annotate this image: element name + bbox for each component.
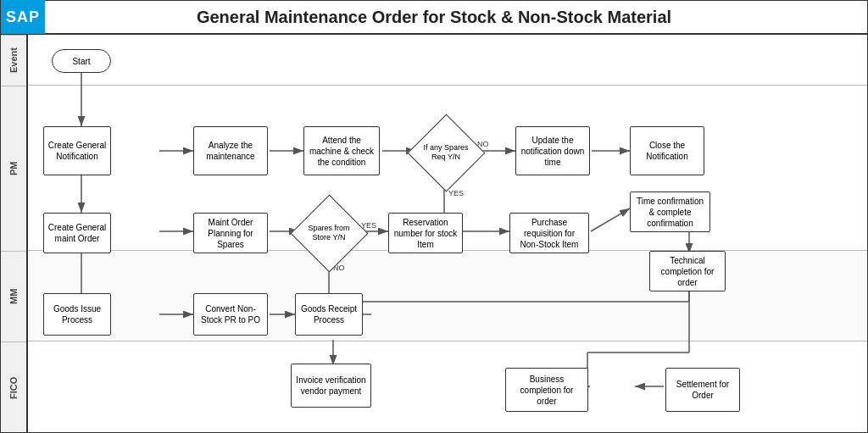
lane-label-event: Event	[1, 35, 26, 86]
update-notification: Update the notification down time	[515, 126, 590, 175]
lane-bg-event	[28, 35, 867, 86]
spares-store-diamond: Spares from Store Y/N	[299, 203, 359, 263]
header: SAP General Maintenance Order for Stock …	[1, 1, 867, 35]
lane-label-fico: FICO	[1, 341, 26, 432]
sap-logo-text: SAP	[6, 8, 40, 26]
invoice-verification: Invoice verification vendor payment	[291, 364, 371, 408]
reservation-number: Reservation number for stock Item	[388, 213, 463, 253]
start-node: Start	[52, 49, 111, 73]
lane-bg-fico	[28, 341, 867, 432]
settlement: Settlement for Order	[665, 368, 740, 412]
goods-issue: Goods Issue Process	[43, 293, 111, 336]
spares-req-diamond: If any Spares Req Y/N	[416, 123, 476, 182]
lane-label-pm: PM	[1, 86, 26, 251]
main-container: SAP General Maintenance Order for Stock …	[0, 0, 868, 433]
lane-bg-mm	[28, 251, 867, 341]
lane-label-mm: MM	[1, 251, 26, 341]
purchase-requisition: Purchase requisition for Non-Stock Item	[509, 213, 589, 253]
close-notification: Close the Notification	[630, 126, 704, 175]
sap-logo: SAP	[1, 0, 45, 34]
goods-receipt: Goods Receipt Process	[295, 293, 363, 336]
create-maint-order: Create General maint Order	[43, 213, 111, 253]
technical-completion: Technical completion for order	[649, 251, 726, 291]
page-title: General Maintenance Order for Stock & No…	[45, 8, 867, 27]
business-completion: Business completion for order	[505, 368, 588, 412]
lane-labels: Event PM MM FICO	[1, 35, 28, 432]
content-area: Event PM MM FICO	[1, 35, 867, 432]
create-general-notification: Create General Notification	[43, 126, 111, 175]
analyze-maintenance: Analyze the maintenance	[193, 126, 268, 175]
diagram-area: NO YES YES	[28, 35, 867, 432]
maint-order-planning: Maint Order Planning for Spares	[193, 213, 268, 253]
attend-machine: Attend the machine & check the condition	[303, 126, 380, 175]
convert-pr-po: Convert Non-Stock PR to PO	[193, 293, 268, 336]
time-confirmation: Time confirmation & complete confirmatio…	[630, 192, 710, 232]
